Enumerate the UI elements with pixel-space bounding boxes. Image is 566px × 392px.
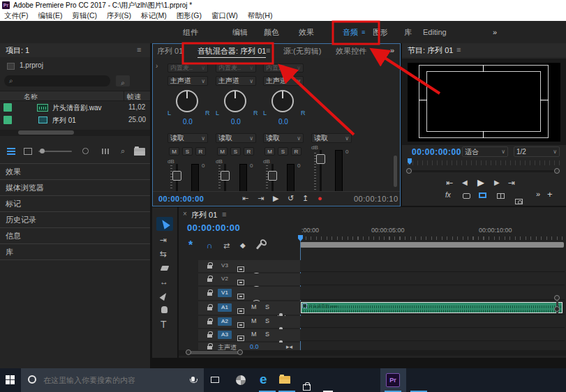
menu-graphics[interactable]: 图形(G) (177, 10, 202, 21)
fit-dropdown[interactable]: 适合∨ (462, 146, 508, 157)
track-lane-a1[interactable]: 片头清音剧.wav (300, 301, 565, 315)
sync-lock-icon[interactable] (237, 280, 244, 285)
solo-button[interactable]: S (182, 147, 193, 156)
goto-in-icon[interactable]: ⇤ (242, 194, 248, 203)
mute-button[interactable]: M (251, 303, 257, 310)
taskbar-search-box[interactable] (21, 368, 204, 392)
output-assign-dropdown[interactable]: 主声道∨ (167, 76, 208, 86)
pan-knob[interactable] (176, 90, 198, 112)
panel-tab-effects[interactable]: 效果 (0, 163, 150, 179)
record-arm-button[interactable]: R (291, 147, 301, 156)
play-icon[interactable]: ▶ (273, 194, 278, 203)
track-lane-a3[interactable] (300, 329, 565, 341)
pan-value[interactable]: 0.0 (278, 118, 288, 126)
timeline-hscroll-track[interactable] (179, 350, 566, 356)
timeline-panel-menu-icon[interactable]: ≡ (222, 210, 226, 218)
razor-tool-icon[interactable] (161, 266, 170, 271)
workspace-tab-graphics[interactable]: 图形 (373, 21, 388, 43)
automation-mode-dropdown[interactable]: 读取∨ (167, 133, 208, 143)
menu-help[interactable]: 帮助(H) (248, 10, 273, 21)
file-explorer-icon[interactable] (279, 376, 290, 384)
solo-button[interactable]: S (278, 147, 288, 156)
input-device-dropdown[interactable]: 内置麦..∨ (263, 63, 304, 73)
program-timecode[interactable]: 00:00:00:00 (412, 147, 461, 157)
step-back-icon[interactable]: ◀ (462, 179, 468, 186)
store-icon[interactable] (303, 384, 311, 391)
new-bin-icon[interactable] (134, 148, 145, 156)
timeline-hscroll-thumb[interactable] (190, 351, 240, 354)
workspace-tab-effects[interactable]: 效果 (299, 21, 314, 43)
mute-button[interactable]: M (169, 147, 179, 156)
mute-button[interactable]: M (217, 147, 228, 156)
workspace-tab-editing[interactable]: 编辑 (232, 21, 248, 43)
project-item-sequence[interactable]: 序列 01 25.00 (0, 114, 150, 126)
fx-toggle-icon[interactable]: fx (445, 191, 451, 199)
project-file-name[interactable]: 1.prproj (20, 61, 43, 69)
label-color-swatch[interactable] (3, 116, 12, 124)
mixer-tab-active[interactable]: 音轨混合器: 序列 01 (198, 46, 266, 58)
program-zoom-bar[interactable] (409, 170, 559, 172)
add-button-icon[interactable]: + (547, 189, 553, 199)
lock-icon[interactable] (207, 265, 212, 269)
mixer-overflow-icon[interactable]: » (390, 46, 394, 54)
timeline-close-icon[interactable]: × (183, 210, 187, 218)
loop-icon[interactable]: ↺ (288, 194, 294, 203)
solo-button[interactable]: S (265, 317, 269, 324)
mixer-tab-effect-controls[interactable]: 效果控件 (336, 46, 366, 56)
automation-mode-dropdown[interactable]: 读取∨ (311, 133, 352, 143)
automation-mode-dropdown[interactable]: 读取∨ (263, 133, 304, 143)
search-mic-icon[interactable] (191, 377, 195, 382)
solo-button[interactable]: S (230, 147, 241, 156)
track-badge[interactable]: A3 (218, 331, 232, 339)
input-device-dropdown[interactable]: 内置麦..∨ (167, 63, 208, 73)
column-name[interactable]: 名称 (24, 92, 38, 102)
sync-lock-icon[interactable] (237, 322, 244, 328)
menu-window[interactable]: 窗口(W) (211, 10, 238, 21)
record-arm-button[interactable]: R (195, 147, 206, 156)
volume-fader-handle[interactable] (316, 154, 325, 164)
pan-knob[interactable] (271, 90, 294, 112)
snap-magnet-icon[interactable]: ∩ (207, 241, 213, 250)
timeline-settings-wrench-icon[interactable] (256, 242, 262, 249)
program-scrubber[interactable] (408, 160, 560, 165)
zoom-slider-thumb[interactable] (40, 149, 45, 153)
panel-tab-markers[interactable]: 标记 (0, 195, 150, 211)
solo-button[interactable]: S (265, 303, 269, 310)
track-lane-v1[interactable] (300, 287, 565, 300)
record-arm-button[interactable]: R (244, 147, 254, 156)
lock-icon[interactable] (207, 334, 212, 338)
pan-value[interactable]: 0.0 (231, 118, 241, 126)
track-badge[interactable]: V2 (218, 275, 232, 283)
column-rate[interactable]: 帧速 (127, 92, 141, 102)
goto-out-icon[interactable]: ⇥ (508, 178, 515, 188)
pan-knob[interactable] (224, 90, 246, 112)
zoom-bar-handle-right[interactable] (554, 168, 560, 174)
project-hscroll-track[interactable] (0, 130, 150, 136)
project-panel-menu-icon[interactable]: ≡ (137, 45, 141, 54)
pan-value[interactable]: 0.0 (183, 118, 193, 126)
menu-marker[interactable]: 标记(M) (141, 10, 167, 21)
volume-fader-handle[interactable] (221, 171, 230, 181)
hscroll-handle-left[interactable] (186, 349, 191, 355)
timeline-timecode[interactable]: 00:00:00:00 (187, 223, 240, 233)
menu-clip[interactable]: 剪辑(C) (72, 10, 97, 21)
track-lane-v3[interactable] (300, 260, 565, 272)
task-view-icon[interactable] (211, 377, 219, 383)
panel-tab-media-browser[interactable]: 媒体浏览器 (0, 179, 150, 195)
playback-resolution-dropdown[interactable]: 1/2∨ (514, 146, 560, 157)
pinwheel-app-icon[interactable] (236, 375, 246, 385)
mixer-panel-menu-icon[interactable]: ≡ (266, 46, 270, 54)
input-device-dropdown[interactable]: 内置麦..∨ (216, 63, 256, 73)
output-assign-dropdown[interactable]: 主声道∨ (216, 76, 256, 86)
track-badge[interactable]: V3 (218, 262, 232, 270)
find-icon[interactable]: ⌕ (121, 146, 125, 156)
list-view-icon[interactable] (7, 148, 15, 155)
shuttle-icon[interactable] (81, 146, 90, 156)
button-overflow-icon[interactable]: » (536, 190, 540, 198)
hand-tool-icon[interactable] (161, 306, 167, 313)
volume-fader-handle[interactable] (268, 171, 277, 181)
record-icon[interactable]: ● (318, 194, 322, 202)
automation-mode-dropdown[interactable]: 读取∨ (216, 133, 256, 143)
sync-lock-icon[interactable] (237, 308, 244, 314)
fit-timeline-icon[interactable]: ▸◂ (286, 343, 292, 350)
